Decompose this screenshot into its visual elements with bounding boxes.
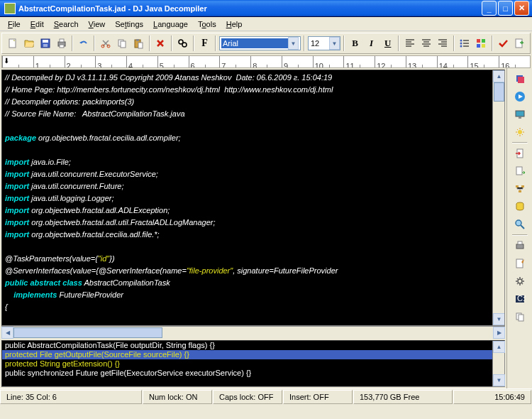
svg-point-15 <box>182 43 187 47</box>
scroll-up-icon[interactable]: ▲ <box>493 341 505 353</box>
docs-icon[interactable] <box>512 309 528 325</box>
hscroll-thumb[interactable] <box>13 327 162 338</box>
italic-icon[interactable]: I <box>364 36 379 51</box>
scroll-right-icon[interactable]: ▶ <box>493 327 505 339</box>
align-right-icon[interactable] <box>435 36 450 51</box>
tree-icon[interactable] <box>512 181 528 197</box>
status-insert: Insert: OFF <box>283 390 353 404</box>
svg-rect-21 <box>477 44 480 48</box>
list-item[interactable]: public AbstractCompilationTask(File outp… <box>2 341 492 350</box>
svg-rect-34 <box>519 190 521 192</box>
editor-hscroll[interactable]: ◀ ▶ <box>1 326 505 338</box>
svg-rect-25 <box>518 77 524 83</box>
scroll-down-icon[interactable]: ▼ <box>493 313 505 325</box>
methods-vscroll[interactable]: ▲ ▼ <box>492 341 504 386</box>
svg-rect-27 <box>516 111 524 116</box>
save-all-icon[interactable] <box>512 71 528 87</box>
edit-doc-icon[interactable] <box>512 256 528 271</box>
paste-icon[interactable] <box>131 36 146 51</box>
svg-point-40 <box>518 279 522 283</box>
menu-view[interactable]: View <box>84 18 111 30</box>
console-icon[interactable]: C:\ <box>512 291 528 307</box>
svg-rect-33 <box>521 185 524 187</box>
svg-rect-5 <box>60 39 64 42</box>
menu-language[interactable]: Language <box>148 18 193 30</box>
svg-rect-39 <box>516 259 523 268</box>
svg-rect-28 <box>519 116 521 119</box>
list-item-selected[interactable]: protected File getOutputFile(SourceFile … <box>2 350 492 359</box>
bold-icon[interactable]: B <box>348 36 362 51</box>
import-icon[interactable] <box>512 146 528 161</box>
scroll-up-icon[interactable]: ▲ <box>493 70 505 82</box>
copy-icon[interactable] <box>115 36 130 51</box>
svg-point-18 <box>460 45 462 48</box>
status-numlock: Num lock: ON <box>143 390 212 404</box>
menu-bar: File Edit Search View Settings Language … <box>0 17 532 31</box>
font-combobox[interactable]: Arial▼ <box>219 36 301 50</box>
align-left-icon[interactable] <box>402 36 417 51</box>
export-icon[interactable] <box>512 36 527 51</box>
minimize-button[interactable]: _ <box>482 1 497 16</box>
status-time: 15:06:49 <box>453 390 531 404</box>
status-capslock: Caps lock: OFF <box>213 390 282 404</box>
menu-search[interactable]: Search <box>49 18 84 30</box>
editor-vscroll[interactable]: ▲ ▼ <box>492 70 504 325</box>
font-icon[interactable]: F <box>197 36 212 51</box>
print2-icon[interactable] <box>512 238 528 254</box>
print-icon[interactable] <box>54 36 69 51</box>
methods-list[interactable]: public AbstractCompilationTask(File outp… <box>2 341 492 386</box>
svg-rect-13 <box>138 43 143 48</box>
code-editor[interactable]: // Decompiled by DJ v3.11.11.95 Copyrigh… <box>1 70 505 326</box>
menu-file[interactable]: File <box>3 18 26 30</box>
menu-edit[interactable]: Edit <box>26 18 49 30</box>
menu-tools[interactable]: Tools <box>193 18 221 30</box>
new-file-icon[interactable] <box>5 36 20 51</box>
scroll-thumb[interactable] <box>494 82 504 102</box>
scroll-down-icon[interactable]: ▼ <box>493 374 505 386</box>
scroll-left-icon[interactable]: ◀ <box>1 327 13 339</box>
svg-rect-32 <box>516 185 519 187</box>
doc-arrow-icon[interactable] <box>512 163 528 179</box>
list-item[interactable]: public synchronized Future getFile(Execu… <box>2 369 492 378</box>
svg-rect-37 <box>516 244 523 249</box>
svg-rect-23 <box>516 39 522 48</box>
play-icon[interactable] <box>512 89 528 104</box>
check-icon[interactable] <box>496 36 511 51</box>
svg-point-16 <box>460 40 462 42</box>
save-icon[interactable] <box>38 36 52 51</box>
window-title: AbstractCompilationTask.jad - DJ Java De… <box>18 4 481 13</box>
db-icon[interactable] <box>512 199 528 214</box>
editor-content: // Decompiled by DJ v3.11.11.95 Copyrigh… <box>2 70 504 315</box>
svg-rect-22 <box>482 44 485 48</box>
svg-rect-38 <box>518 241 522 244</box>
sun-icon[interactable] <box>512 124 528 140</box>
font-size-combobox[interactable]: 12▼ <box>308 36 340 50</box>
underline-icon[interactable]: U <box>380 36 395 51</box>
open-folder-icon[interactable] <box>21 36 36 51</box>
menu-settings[interactable]: Settings <box>110 18 148 30</box>
svg-rect-19 <box>477 39 480 43</box>
list-item[interactable]: protected String getExtension() {} <box>2 359 492 369</box>
status-position: Line: 35 Col: 6 <box>0 390 142 404</box>
app-icon <box>4 3 16 14</box>
zoom-icon[interactable] <box>512 217 528 232</box>
close-button[interactable]: ✕ <box>514 1 529 16</box>
find-icon[interactable] <box>175 36 190 51</box>
svg-point-17 <box>460 43 462 45</box>
toolbar: F Arial▼ 12▼ B I U <box>1 33 531 54</box>
align-center-icon[interactable] <box>419 36 433 51</box>
menu-help[interactable]: Help <box>221 18 248 30</box>
font-name: Arial <box>221 38 288 48</box>
svg-rect-20 <box>482 39 485 43</box>
svg-rect-31 <box>516 167 522 175</box>
maximize-button[interactable]: □ <box>498 1 513 16</box>
delete-icon[interactable] <box>153 36 168 51</box>
palette-icon[interactable] <box>474 36 489 51</box>
svg-text:C:\: C:\ <box>517 294 526 303</box>
monitor-icon[interactable] <box>512 107 528 122</box>
undo-icon[interactable] <box>76 36 91 51</box>
status-disk: 153,770 GB Free <box>353 390 453 404</box>
settings-icon[interactable] <box>512 273 528 289</box>
cut-icon[interactable] <box>98 36 113 51</box>
bullets-icon[interactable] <box>458 36 472 51</box>
